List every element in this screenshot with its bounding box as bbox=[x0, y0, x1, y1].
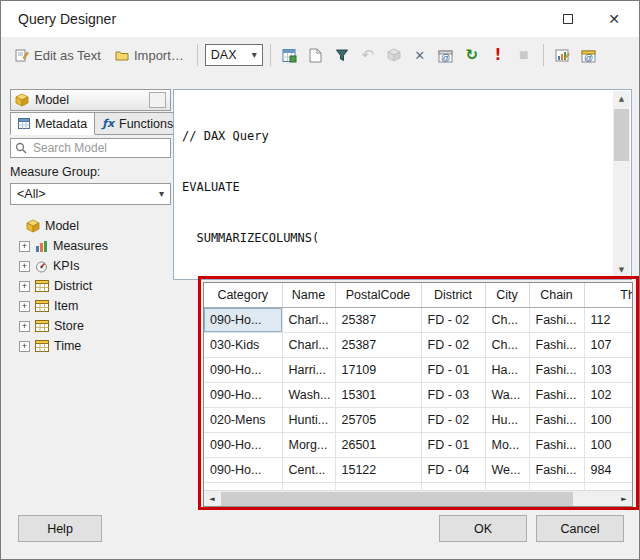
scroll-left-icon[interactable]: ◄ bbox=[204, 491, 220, 507]
panel-options-button[interactable] bbox=[149, 92, 166, 108]
tree-item-store[interactable]: + Store bbox=[10, 316, 171, 336]
grid-cell[interactable]: 020-Mens bbox=[204, 407, 282, 432]
cancel-query-button[interactable]: ■ bbox=[512, 43, 536, 67]
grid-cell[interactable]: 15122 bbox=[335, 457, 421, 482]
grid-cell[interactable]: 96 bbox=[584, 482, 632, 490]
expand-icon[interactable]: + bbox=[19, 281, 30, 292]
grid-cell[interactable]: Ch... bbox=[485, 332, 529, 357]
undo-button[interactable]: ↶ bbox=[356, 43, 380, 67]
grid-cell[interactable]: 090-Ho... bbox=[204, 357, 282, 382]
tree-item-measures[interactable]: + Measures bbox=[10, 236, 171, 256]
grid-cell[interactable]: Hu... bbox=[485, 407, 529, 432]
expand-icon[interactable]: + bbox=[19, 261, 30, 272]
grid-cell[interactable]: FD - 02 bbox=[421, 407, 485, 432]
vertical-scrollbar[interactable]: ▲ ▼ bbox=[613, 91, 630, 278]
grid-cell[interactable]: 090-Ho... bbox=[204, 382, 282, 407]
grid-cell[interactable]: 112 bbox=[584, 307, 632, 332]
tab-functions[interactable]: ƒx Functions bbox=[95, 112, 181, 135]
expand-icon[interactable]: + bbox=[19, 321, 30, 332]
vertical-scrollbar-thumb[interactable] bbox=[614, 109, 629, 161]
grid-cell[interactable]: 25387 bbox=[335, 482, 421, 490]
grid-cell[interactable]: FD - 04 bbox=[421, 457, 485, 482]
grid-cell[interactable]: FD - 03 bbox=[421, 382, 485, 407]
open-query-button[interactable] bbox=[382, 43, 406, 67]
grid-cell[interactable]: Fashi... bbox=[529, 307, 584, 332]
command-type-select[interactable]: DAX ▾ bbox=[205, 44, 263, 66]
grid-cell[interactable]: Fashi... bbox=[529, 407, 584, 432]
cancel-button[interactable]: Cancel bbox=[536, 515, 624, 542]
grid-cell[interactable]: Morg... bbox=[282, 432, 335, 457]
tree-item-district[interactable]: + District bbox=[10, 276, 171, 296]
grid-cell[interactable]: Wa... bbox=[485, 382, 529, 407]
grid-cell[interactable]: 103 bbox=[584, 357, 632, 382]
grid-cell[interactable]: FD - 02 bbox=[421, 307, 485, 332]
clear-query-button[interactable] bbox=[304, 43, 328, 67]
grid-cell[interactable]: Ha... bbox=[485, 357, 529, 382]
grid-cell[interactable]: Mo... bbox=[485, 432, 529, 457]
grid-cell[interactable]: 25387 bbox=[335, 307, 421, 332]
horizontal-scrollbar-thumb[interactable] bbox=[221, 492, 573, 506]
grid-cell[interactable]: 15301 bbox=[335, 382, 421, 407]
design-query-button[interactable] bbox=[278, 43, 302, 67]
grid-cell[interactable]: 030-Kids bbox=[204, 332, 282, 357]
grid-cell[interactable]: 090-Ho... bbox=[204, 457, 282, 482]
scroll-right-icon[interactable]: ► bbox=[616, 491, 632, 507]
dax-query-editor[interactable]: // DAX Query EVALUATE SUMMARIZECOLUMNS( … bbox=[173, 89, 632, 280]
grid-cell[interactable]: Charl... bbox=[282, 307, 335, 332]
grid-cell[interactable]: 25387 bbox=[335, 332, 421, 357]
scroll-down-icon[interactable]: ▼ bbox=[613, 262, 630, 278]
grid-cell[interactable]: 100 bbox=[584, 432, 632, 457]
execute-query-button[interactable]: ! bbox=[486, 43, 510, 67]
filter-button[interactable] bbox=[330, 43, 354, 67]
grid-cell[interactable]: 25705 bbox=[335, 407, 421, 432]
grid-cell[interactable]: We... bbox=[485, 457, 529, 482]
grid-cell[interactable]: 26501 bbox=[335, 432, 421, 457]
edit-as-text-button[interactable]: Edit as Text bbox=[9, 45, 107, 66]
grid-cell[interactable]: FD - 01 bbox=[421, 432, 485, 457]
grid-cell[interactable]: FD - 01 bbox=[421, 357, 485, 382]
grid-cell[interactable]: 090-Ho... bbox=[204, 432, 282, 457]
expand-icon[interactable]: + bbox=[19, 301, 30, 312]
close-button[interactable]: ✕ bbox=[591, 2, 637, 35]
grid-cell[interactable]: Fashi... bbox=[529, 332, 584, 357]
import-button[interactable]: Import… bbox=[109, 45, 190, 66]
grid-cell[interactable]: Fashi... bbox=[529, 382, 584, 407]
grid-cell[interactable]: 984 bbox=[584, 457, 632, 482]
grid-cell[interactable]: Wash... bbox=[282, 382, 335, 407]
grid-cell[interactable]: FD - 02 bbox=[421, 482, 485, 490]
maximize-button[interactable] bbox=[545, 2, 591, 35]
grid-cell[interactable]: Fashi... bbox=[529, 457, 584, 482]
grid-cell[interactable]: 107 bbox=[584, 332, 632, 357]
grid-cell[interactable]: Hunti... bbox=[282, 407, 335, 432]
tree-item-item[interactable]: + Item bbox=[10, 296, 171, 316]
tab-metadata[interactable]: Metadata bbox=[10, 112, 95, 135]
refresh-fields-button[interactable]: ↻ bbox=[460, 43, 484, 67]
grid-cell[interactable]: Fashi... bbox=[529, 357, 584, 382]
edit-parameters-button[interactable]: @ bbox=[577, 43, 601, 67]
grid-cell[interactable]: FD - 02 bbox=[421, 332, 485, 357]
help-button[interactable]: Help bbox=[18, 515, 102, 542]
design-results-button[interactable] bbox=[551, 43, 575, 67]
expand-icon[interactable]: + bbox=[19, 241, 30, 252]
grid-cell[interactable]: Fashi... bbox=[529, 482, 584, 490]
measure-group-select[interactable]: <All> ▾ bbox=[10, 183, 171, 205]
expand-icon[interactable]: + bbox=[19, 341, 30, 352]
grid-cell[interactable]: 090-Ho... bbox=[204, 482, 282, 490]
grid-cell[interactable]: Ch... bbox=[485, 307, 529, 332]
grid-cell[interactable]: Fashi... bbox=[529, 432, 584, 457]
grid-cell[interactable]: 17109 bbox=[335, 357, 421, 382]
grid-cell[interactable]: Ch... bbox=[485, 482, 529, 490]
grid-cell[interactable]: Cent... bbox=[282, 457, 335, 482]
ok-button[interactable]: OK bbox=[439, 515, 527, 542]
scroll-up-icon[interactable]: ▲ bbox=[613, 91, 630, 107]
delete-button[interactable]: ✕ bbox=[408, 43, 432, 67]
grid-cell[interactable]: Charl... bbox=[282, 332, 335, 357]
query-parameters-button[interactable]: @ bbox=[434, 43, 458, 67]
selected-cell[interactable]: 090-Ho... bbox=[204, 307, 282, 332]
tree-item-model[interactable]: Model bbox=[10, 216, 171, 236]
grid-cell[interactable]: Char... bbox=[282, 482, 335, 490]
grid-cell[interactable]: Harri... bbox=[282, 357, 335, 382]
search-input[interactable] bbox=[31, 140, 166, 156]
horizontal-scrollbar[interactable]: ◄ ► bbox=[204, 490, 632, 506]
tree-item-kpis[interactable]: + KPIs bbox=[10, 256, 171, 276]
